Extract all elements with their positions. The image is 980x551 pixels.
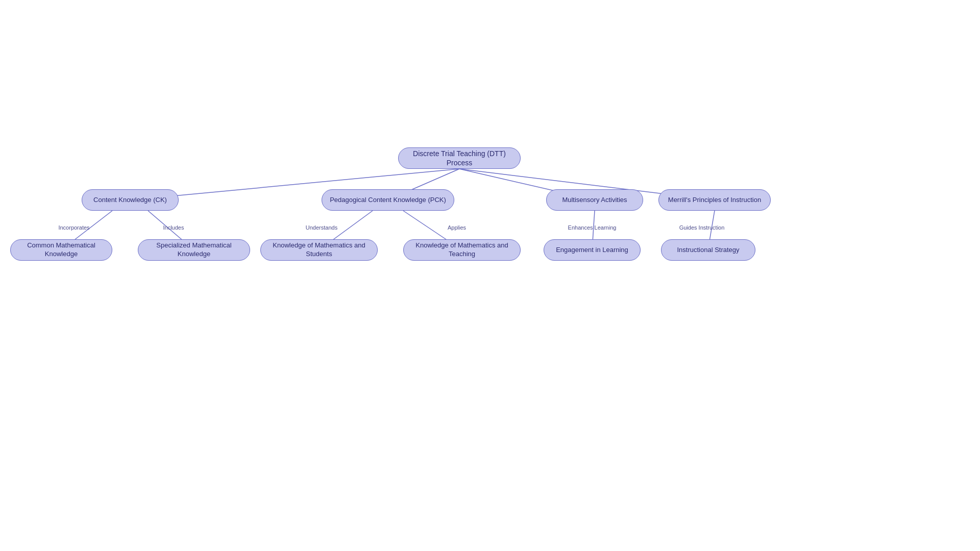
node-instructional-strategy: Instructional Strategy [661,239,755,261]
node-knowledge-mathematics-students: Knowledge of Mathematics and Students [260,239,378,261]
node-engagement-in-learning: Engagement in Learning [544,239,641,261]
node-root: Discrete Trial Teaching (DTT) Process [398,147,521,169]
edge-label-guides-instruction: Guides Instruction [669,224,735,231]
node-merrills-principles: Merrill's Principles of Instruction [658,189,771,211]
edge-label-applies: Applies [436,224,477,231]
edge-label-enhances-learning: Enhances Learning [556,224,628,231]
node-common-mathematical-knowledge: Common Mathematical Knowledge [10,239,112,261]
diagram-svg [0,0,980,551]
node-multisensory-activities: Multisensory Activities [546,189,643,211]
edge-label-incorporates: Incorporates [48,224,100,231]
node-knowledge-mathematics-teaching: Knowledge of Mathematics and Teaching [403,239,521,261]
node-specialized-mathematical-knowledge: Specialized Mathematical Knowledge [138,239,250,261]
node-pedagogical-content-knowledge: Pedagogical Content Knowledge (PCK) [322,189,454,211]
edge-label-includes: Includes [153,224,194,231]
edge-label-understands: Understands [296,224,347,231]
node-content-knowledge: Content Knowledge (CK) [82,189,179,211]
diagram-container: Discrete Trial Teaching (DTT) Process Co… [0,0,980,551]
